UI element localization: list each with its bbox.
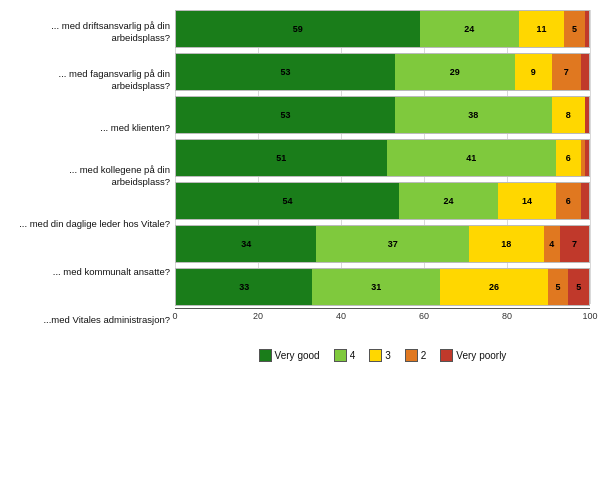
bar-row-4: 5424146 [175, 182, 590, 220]
legend-item-4: Very poorly [440, 349, 506, 362]
bar-row-0: 5924115 [175, 10, 590, 48]
labels-column: ... med driftsansvarlig på din arbeidspl… [10, 10, 175, 341]
x-tick-100: 100 [582, 311, 597, 321]
row-label-4: ... med din daglige leder hos Vitale? [10, 202, 170, 245]
bar-segment-6-4: 5 [568, 269, 589, 305]
bar-segment-0-3: 5 [564, 11, 585, 47]
bar-segment-2-4 [585, 97, 589, 133]
x-tick-20: 20 [253, 311, 263, 321]
vgrid-100 [590, 10, 591, 304]
legend-swatch-3 [405, 349, 418, 362]
row-label-6: ...med Vitales administrasjon? [10, 298, 170, 341]
legend-swatch-2 [369, 349, 382, 362]
legend-item-2: 3 [369, 349, 391, 362]
bar-segment-1-4 [581, 54, 589, 90]
bar-segment-4-3: 6 [556, 183, 581, 219]
bar-segment-1-1: 29 [395, 54, 515, 90]
legend-item-0: Very good [259, 349, 320, 362]
bar-segment-5-2: 18 [469, 226, 543, 262]
bar-segment-0-2: 11 [519, 11, 564, 47]
x-axis: 0 20 40 60 80 100 [175, 308, 590, 324]
row-label-2: ... med klienten? [10, 106, 170, 149]
bar-segment-5-3: 4 [544, 226, 561, 262]
bar-segment-6-2: 26 [440, 269, 547, 305]
legend-label-3: 2 [421, 350, 427, 361]
bar-segment-3-4 [585, 140, 589, 176]
bar-row-1: 532997 [175, 53, 590, 91]
x-tick-40: 40 [336, 311, 346, 321]
legend: Very good432Very poorly [175, 341, 590, 362]
bar-segment-1-3: 7 [552, 54, 581, 90]
bar-row-2: 53388 [175, 96, 590, 134]
legend-item-1: 4 [334, 349, 356, 362]
x-tick-60: 60 [419, 311, 429, 321]
x-tick-80: 80 [502, 311, 512, 321]
bar-segment-3-0: 51 [176, 140, 387, 176]
bars-wrapper: 5924115532997533885141654241463437184733… [175, 10, 590, 324]
row-label-1: ... med fagansvarlig på din arbeidsplass… [10, 58, 170, 101]
bar-segment-5-1: 37 [316, 226, 469, 262]
bar-segment-2-0: 53 [176, 97, 395, 133]
bar-segment-4-1: 24 [399, 183, 498, 219]
bar-segment-2-2: 8 [552, 97, 585, 133]
bar-segment-2-1: 38 [395, 97, 552, 133]
bar-segment-6-1: 31 [312, 269, 440, 305]
bar-segment-5-4: 7 [560, 226, 589, 262]
bar-segment-0-1: 24 [420, 11, 519, 47]
legend-swatch-1 [334, 349, 347, 362]
bar-row-6: 33312655 [175, 268, 590, 306]
main-area: ... med driftsansvarlig på din arbeidspl… [10, 10, 590, 341]
bar-row-3: 51416 [175, 139, 590, 177]
row-label-5: ... med kommunalt ansatte? [10, 250, 170, 293]
chart-outer: ... med driftsansvarlig på din arbeidspl… [0, 0, 600, 372]
bars-column: 5924115532997533885141654241463437184733… [175, 10, 590, 324]
bar-segment-6-0: 33 [176, 269, 312, 305]
bar-segment-4-2: 14 [498, 183, 556, 219]
bar-segment-0-0: 59 [176, 11, 420, 47]
row-label-0: ... med driftsansvarlig på din arbeidspl… [10, 10, 170, 53]
bar-row-5: 34371847 [175, 225, 590, 263]
bar-segment-1-0: 53 [176, 54, 395, 90]
bar-segment-3-2: 6 [556, 140, 581, 176]
x-tick-0: 0 [172, 311, 177, 321]
row-label-3: ... med kollegene på din arbeidsplass? [10, 154, 170, 197]
legend-label-1: 4 [350, 350, 356, 361]
bar-segment-3-1: 41 [387, 140, 556, 176]
legend-label-2: 3 [385, 350, 391, 361]
legend-item-3: 2 [405, 349, 427, 362]
legend-swatch-4 [440, 349, 453, 362]
all-bars: 5924115532997533885141654241463437184733… [175, 10, 590, 306]
bar-segment-1-2: 9 [515, 54, 552, 90]
bar-segment-0-4 [585, 11, 589, 47]
bar-segment-4-4 [581, 183, 589, 219]
legend-label-0: Very good [275, 350, 320, 361]
bar-segment-5-0: 34 [176, 226, 316, 262]
bar-segment-4-0: 54 [176, 183, 399, 219]
legend-label-4: Very poorly [456, 350, 506, 361]
bar-segment-6-3: 5 [548, 269, 569, 305]
legend-swatch-0 [259, 349, 272, 362]
